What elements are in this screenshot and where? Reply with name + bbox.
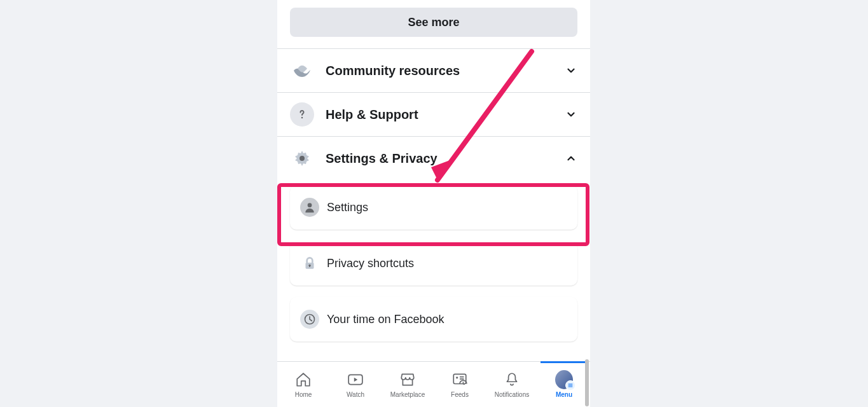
your-time-label: Your time on Facebook (327, 313, 444, 326)
settings-label: Settings (327, 201, 368, 214)
nav-home-label: Home (295, 391, 312, 398)
chevron-down-icon (565, 108, 577, 121)
handshake-icon (290, 59, 314, 83)
chevron-up-icon (565, 152, 577, 165)
lock-icon (300, 254, 319, 273)
nav-notifications[interactable]: Notifications (486, 362, 538, 407)
help-support-row[interactable]: Help & Support (290, 93, 577, 136)
svg-point-10 (456, 376, 458, 378)
bottom-nav: Home Watch Marketplace Feeds Notificatio… (277, 361, 590, 407)
privacy-shortcuts-sub-item[interactable]: Privacy shortcuts (290, 241, 577, 286)
settings-privacy-label: Settings & Privacy (326, 151, 565, 166)
feeds-icon (451, 371, 469, 389)
svg-point-2 (300, 156, 305, 161)
help-support-label: Help & Support (326, 107, 565, 122)
marketplace-icon (399, 371, 417, 389)
nav-marketplace-label: Marketplace (390, 391, 425, 398)
see-more-button[interactable]: See more (290, 8, 577, 37)
nav-notifications-label: Notifications (495, 391, 529, 398)
phone-frame: See more Community resources Help & Supp… (277, 0, 590, 407)
chevron-down-icon (565, 64, 577, 77)
nav-watch-label: Watch (347, 391, 364, 398)
person-icon (300, 198, 319, 217)
settings-privacy-subitems: Settings Privacy shortcuts Your time on … (290, 180, 577, 355)
nav-menu-label: Menu (556, 391, 572, 398)
svg-point-0 (301, 117, 303, 119)
svg-rect-6 (309, 265, 310, 267)
home-icon (294, 371, 312, 389)
question-icon (290, 102, 314, 127)
nav-home[interactable]: Home (277, 362, 329, 407)
svg-point-3 (308, 203, 312, 207)
clock-icon (300, 310, 319, 329)
watch-icon (347, 371, 364, 389)
community-resources-label: Community resources (326, 64, 565, 78)
nav-feeds-label: Feeds (451, 391, 469, 398)
settings-privacy-row[interactable]: Settings & Privacy (290, 137, 577, 180)
your-time-sub-item[interactable]: Your time on Facebook (290, 297, 577, 341)
menu-avatar-icon (555, 371, 573, 389)
nav-feeds[interactable]: Feeds (434, 362, 486, 407)
settings-sub-item[interactable]: Settings (290, 185, 577, 230)
community-resources-row[interactable]: Community resources (290, 49, 577, 92)
menu-content: See more Community resources Help & Supp… (277, 0, 590, 355)
bell-icon (503, 371, 521, 389)
privacy-shortcuts-label: Privacy shortcuts (327, 257, 414, 270)
scrollbar-thumb[interactable] (585, 359, 589, 406)
nav-watch[interactable]: Watch (329, 362, 382, 407)
gear-icon (290, 146, 314, 170)
nav-marketplace[interactable]: Marketplace (382, 362, 434, 407)
nav-menu[interactable]: Menu (538, 362, 590, 407)
